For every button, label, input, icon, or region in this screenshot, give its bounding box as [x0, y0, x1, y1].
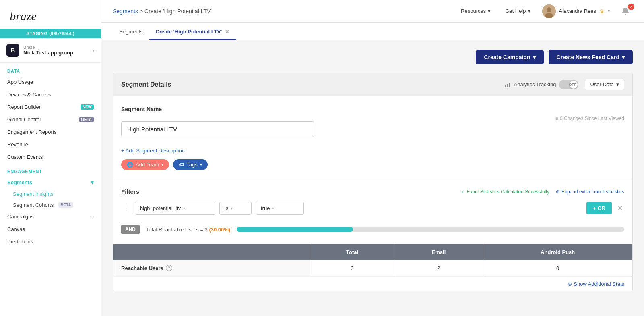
- add-team-chevron-icon: ▾: [161, 162, 163, 167]
- sidebar-item-campaigns[interactable]: Campaigns ›: [0, 210, 101, 223]
- segment-card: Segment Details Analytics Tracking OFF: [113, 73, 633, 291]
- breadcrumb: Segments > Create 'High Potential LTV': [113, 8, 212, 15]
- breadcrumb-current: Create 'High Potential LTV': [144, 8, 212, 15]
- topbar-right: Resources ▾ Get Help ▾ Alexandra Rees ♛ …: [458, 4, 633, 18]
- resources-chevron-icon: ▾: [488, 8, 491, 14]
- tags-chevron-icon: ▾: [200, 162, 202, 167]
- engagement-section-label: ENGAGEMENT: [0, 163, 101, 176]
- app-group-name: Nick Test app group: [23, 50, 91, 56]
- segment-form: Segment Name ≡ 0 Changes Since Last View…: [113, 96, 632, 180]
- sidebar-sub-item-segment-cohorts[interactable]: Segment Cohorts BETA: [0, 200, 101, 210]
- reachable-users-info-icon[interactable]: ?: [166, 265, 172, 271]
- row-total-cell: 3: [310, 260, 394, 276]
- campaigns-chevron-icon: ›: [92, 214, 94, 220]
- segment-details-title: Segment Details: [121, 81, 171, 88]
- notifications-button[interactable]: 2: [618, 5, 633, 17]
- svg-point-2: [547, 7, 551, 12]
- remove-filter-icon[interactable]: ✕: [616, 204, 624, 212]
- filter-operator-chevron-icon: ▾: [231, 206, 233, 210]
- app-selector[interactable]: B Braze Nick Test app group ▾: [0, 38, 101, 63]
- globe-icon: 🌐: [127, 162, 133, 168]
- filter-operator-select[interactable]: is ▾: [219, 202, 252, 215]
- breadcrumb-separator: >: [140, 8, 144, 15]
- sidebar-item-devices[interactable]: Devices & Carriers: [0, 88, 101, 101]
- segment-card-actions: Analytics Tracking OFF User Data ▾: [504, 79, 624, 90]
- plus-circle-icon: ⊕: [556, 189, 560, 195]
- check-icon: ✓: [461, 189, 465, 195]
- drag-handle-icon[interactable]: ⋮: [121, 204, 131, 212]
- company-name: Braze: [23, 45, 91, 50]
- analytics-icon: [504, 81, 511, 88]
- filter-field-select[interactable]: high_potential_ltv ▾: [135, 202, 215, 215]
- app-icon: B: [6, 44, 19, 57]
- new-badge: NEW: [80, 104, 94, 110]
- progress-bar: [237, 227, 624, 232]
- sidebar-item-segments[interactable]: Segments ▾: [0, 176, 101, 189]
- user-chevron-icon: ▾: [608, 8, 610, 14]
- username-label: Alexandra Rees: [559, 8, 597, 14]
- user-menu[interactable]: Alexandra Rees ♛ ▾: [542, 4, 611, 18]
- table-header-empty: [113, 244, 310, 260]
- get-help-chevron-icon: ▾: [528, 8, 531, 14]
- crown-icon: ♛: [599, 8, 605, 15]
- logo: braze: [0, 0, 101, 29]
- sidebar-item-revenue[interactable]: Revenue: [0, 138, 101, 151]
- sidebar-item-app-usage[interactable]: App Usage: [0, 76, 101, 88]
- sidebar-item-custom-events[interactable]: Custom Events: [0, 151, 101, 163]
- sidebar-item-global-control[interactable]: Global Control BETA: [0, 113, 101, 126]
- sidebar-item-engagement-reports[interactable]: Engagement Reports: [0, 126, 101, 138]
- user-data-chevron-icon: ▾: [616, 81, 619, 87]
- analytics-toggle[interactable]: OFF: [559, 80, 578, 89]
- sidebar-item-canvas[interactable]: Canvas: [0, 223, 101, 235]
- sidebar-sub-item-segment-insights[interactable]: Segment Insights: [0, 189, 101, 200]
- segment-card-header: Segment Details Analytics Tracking OFF: [113, 73, 632, 96]
- progress-bar-fill: [237, 227, 353, 232]
- table-header-total: Total: [310, 244, 394, 260]
- filter-value-select[interactable]: true ▾: [256, 202, 304, 215]
- show-additional-stats-button[interactable]: ⊕ Show Additional Stats: [568, 281, 624, 287]
- or-button[interactable]: + OR: [586, 202, 612, 214]
- plus-circle-stats-icon: ⊕: [568, 281, 572, 287]
- sidebar-item-report-builder[interactable]: Report Builder NEW: [0, 101, 101, 113]
- create-news-feed-card-button[interactable]: Create News Feed Card ▾: [549, 50, 633, 64]
- changes-note: ≡ 0 Changes Since Last Viewed: [555, 116, 624, 121]
- create-campaign-button[interactable]: Create Campaign ▾: [476, 50, 543, 64]
- sidebar-item-predictions[interactable]: Predictions: [0, 235, 101, 248]
- segments-chevron-icon: ▾: [91, 179, 94, 185]
- tabs-bar: Segments Create 'High Potential LTV' ✕: [101, 23, 644, 40]
- table-header-email: Email: [394, 244, 483, 260]
- tag-buttons: 🌐 Add Team ▾ 🏷 Tags ▾: [121, 159, 624, 170]
- tags-button[interactable]: 🏷 Tags ▾: [173, 159, 207, 170]
- add-description-link[interactable]: + Add Segment Description: [121, 148, 185, 154]
- breadcrumb-segments-link[interactable]: Segments: [113, 8, 138, 15]
- table-header-android-push: Android Push: [483, 244, 632, 260]
- add-team-button[interactable]: 🌐 Add Team ▾: [121, 159, 169, 170]
- svg-text:braze: braze: [10, 9, 37, 23]
- tag-icon: 🏷: [179, 162, 184, 168]
- stats-row: AND Total Reachable Users = 3 (30.00%): [121, 220, 624, 240]
- row-label-cell: Reachable Users ?: [113, 260, 310, 276]
- tab-close-icon[interactable]: ✕: [224, 29, 230, 34]
- segment-name-input[interactable]: [121, 121, 314, 137]
- filter-field-chevron-icon: ▾: [183, 206, 185, 210]
- filters-right: ✓ Exact Statistics Calculated Sucessfull…: [461, 189, 624, 195]
- tab-create-segment[interactable]: Create 'High Potential LTV' ✕: [149, 25, 237, 40]
- get-help-button[interactable]: Get Help ▾: [502, 6, 534, 16]
- segment-cohorts-beta-badge: BETA: [58, 202, 73, 208]
- expand-funnel-button[interactable]: ⊕ Expand extra funnel statistics: [556, 189, 624, 195]
- user-data-button[interactable]: User Data ▾: [585, 79, 624, 90]
- svg-rect-4: [505, 85, 506, 87]
- stats-calculated-label: ✓ Exact Statistics Calculated Sucessfull…: [461, 189, 549, 195]
- avatar: [542, 4, 556, 18]
- create-news-feed-chevron-icon: ▾: [622, 54, 625, 60]
- staging-badge: STAGING (69b765bb): [0, 29, 101, 38]
- row-email-cell: 2: [394, 260, 483, 276]
- svg-rect-6: [509, 83, 510, 87]
- resources-button[interactable]: Resources ▾: [458, 6, 494, 16]
- action-buttons: Create Campaign ▾ Create News Feed Card …: [113, 50, 633, 64]
- app-chevron-icon: ▾: [92, 48, 95, 53]
- page-content: Create Campaign ▾ Create News Feed Card …: [101, 40, 644, 316]
- tab-segments[interactable]: Segments: [113, 25, 149, 40]
- create-campaign-chevron-icon: ▾: [533, 54, 536, 60]
- filters-title: Filters: [121, 188, 139, 195]
